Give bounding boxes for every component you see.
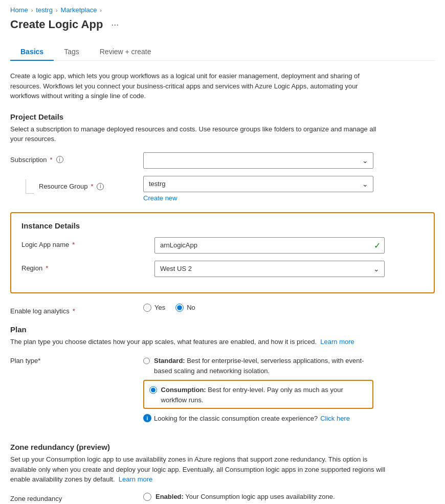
zone-redundancy-label: Zone redundancy [10, 493, 143, 502]
zone-desc: Set up your Consumption logic app to use… [10, 454, 389, 485]
breadcrumb-marketplace[interactable]: Marketplace [61, 6, 97, 14]
plan-learn-more[interactable]: Learn more [320, 338, 354, 346]
tab-basics[interactable]: Basics [10, 43, 54, 61]
create-new-link[interactable]: Create new [143, 194, 177, 202]
zone-section: Zone redundancy (preview) Set up your Co… [10, 443, 435, 504]
log-yes-option[interactable]: Yes [143, 304, 165, 312]
classic-text: Looking for the classic consumption crea… [154, 415, 318, 422]
log-no-label: No [187, 304, 195, 311]
breadcrumb-home[interactable]: Home [10, 6, 28, 14]
plan-section: Plan The plan type you choose dictates h… [10, 325, 435, 423]
zone-enabled-radio[interactable] [143, 493, 151, 501]
log-yes-radio[interactable] [143, 304, 151, 312]
classic-info-row: i Looking for the classic consumption cr… [10, 414, 435, 422]
info-icon-blue: i [143, 414, 151, 422]
consumption-label: Consumption: [161, 386, 206, 394]
tab-tags[interactable]: Tags [54, 43, 90, 61]
ellipsis-button[interactable]: ··· [108, 18, 122, 31]
project-details-title: Project Details [10, 112, 63, 121]
project-details-section: Project Details Select a subscription to… [10, 112, 435, 202]
consumption-radio[interactable] [149, 386, 157, 394]
page-title: Create Logic App [10, 18, 103, 31]
page-description: Create a logic app, which lets you group… [10, 71, 389, 101]
region-select[interactable]: West US 2 [154, 261, 385, 277]
zone-enabled-option[interactable]: Enabled: Your Consumption logic app uses… [143, 493, 373, 501]
breadcrumb-testrg[interactable]: testrg [36, 6, 53, 14]
breadcrumb-sep-3: › [100, 7, 102, 13]
valid-check-icon: ✓ [374, 240, 381, 250]
plan-type-label: Plan type * [10, 355, 143, 364]
subscription-label: Subscription * i [10, 152, 143, 164]
resource-group-info-icon[interactable]: i [97, 183, 104, 190]
instance-details-box: Instance Details Logic App name * ✓ Regi… [10, 212, 435, 293]
standard-label: Standard: [154, 357, 185, 364]
standard-option[interactable]: Standard: Best for enterprise-level, ser… [143, 355, 373, 376]
log-no-radio[interactable] [175, 304, 184, 312]
instance-details-title: Instance Details [21, 221, 424, 230]
log-yes-label: Yes [154, 304, 165, 311]
subscription-info-icon[interactable]: i [56, 156, 63, 163]
breadcrumb: Home › testrg › Marketplace › [10, 0, 435, 18]
resource-group-select[interactable]: testrg [143, 176, 373, 192]
project-details-desc: Select a subscription to manage deployed… [10, 124, 389, 144]
enable-log-label: Enable log analytics * [10, 304, 143, 315]
plan-title: Plan [10, 325, 27, 334]
click-here-link[interactable]: Click here [320, 415, 350, 422]
logic-app-name-input[interactable] [154, 237, 385, 254]
breadcrumb-sep-1: › [31, 7, 33, 13]
log-no-option[interactable]: No [175, 304, 195, 312]
tabs-container: Basics Tags Review + create [10, 43, 435, 61]
subscription-select[interactable] [143, 152, 373, 169]
logic-app-name-label: Logic App name * [21, 237, 154, 248]
zone-title: Zone redundancy (preview) [10, 443, 110, 451]
region-label: Region * [21, 261, 154, 272]
resource-group-label: Resource Group [39, 182, 87, 190]
zone-learn-more[interactable]: Learn more [119, 475, 152, 483]
zone-enabled-desc: Your Consumption logic app uses availabi… [185, 493, 335, 500]
zone-enabled-label: Enabled: [155, 493, 184, 500]
tab-review-create[interactable]: Review + create [90, 43, 162, 61]
standard-desc: Best for enterprise-level, serverless ap… [154, 357, 364, 375]
standard-radio[interactable] [143, 357, 150, 365]
plan-desc: The plan type you choose dictates how yo… [10, 337, 389, 347]
breadcrumb-sep-2: › [56, 7, 58, 13]
consumption-option[interactable]: Consumption: Best for entry-level. Pay o… [143, 380, 373, 409]
